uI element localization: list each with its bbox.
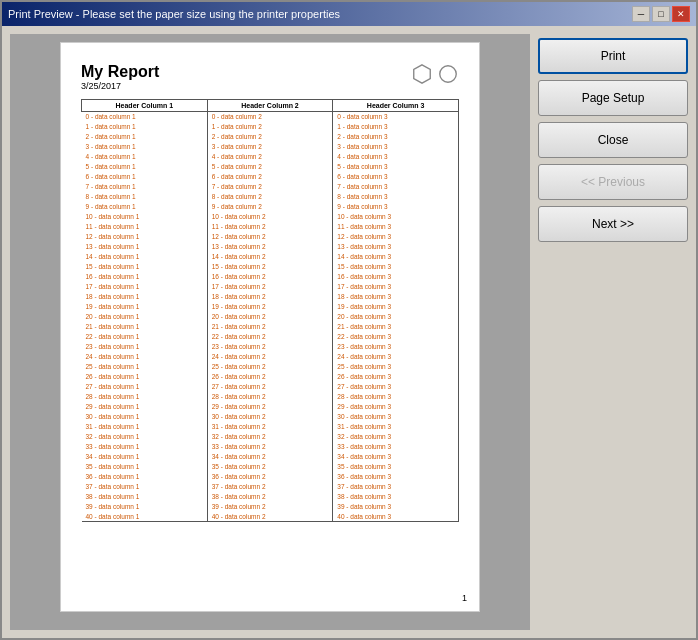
close-window-button[interactable]: ✕: [672, 6, 690, 22]
table-row: 2 - data column 12 - data column 22 - da…: [82, 132, 459, 142]
cell-6-1: 6 - data column 2: [207, 172, 333, 182]
hexagon-icon: [411, 63, 433, 85]
cell-32-2: 32 - data column 3: [333, 432, 459, 442]
svg-marker-0: [414, 65, 431, 83]
cell-23-2: 23 - data column 3: [333, 342, 459, 352]
page-number: 1: [462, 593, 467, 603]
table-row: 22 - data column 122 - data column 222 -…: [82, 332, 459, 342]
cell-8-0: 8 - data column 1: [82, 192, 208, 202]
cell-13-2: 13 - data column 3: [333, 242, 459, 252]
cell-1-0: 1 - data column 1: [82, 122, 208, 132]
table-row: 27 - data column 127 - data column 227 -…: [82, 382, 459, 392]
close-button[interactable]: Close: [538, 122, 688, 158]
cell-18-0: 18 - data column 1: [82, 292, 208, 302]
minimize-button[interactable]: ─: [632, 6, 650, 22]
print-button[interactable]: Print: [538, 38, 688, 74]
table-row: 31 - data column 131 - data column 231 -…: [82, 422, 459, 432]
cell-3-2: 3 - data column 3: [333, 142, 459, 152]
cell-9-0: 9 - data column 1: [82, 202, 208, 212]
cell-9-1: 9 - data column 2: [207, 202, 333, 212]
table-row: 38 - data column 138 - data column 238 -…: [82, 492, 459, 502]
cell-19-1: 19 - data column 2: [207, 302, 333, 312]
page-paper: My Report 3/25/2017: [60, 42, 480, 612]
window-content: My Report 3/25/2017: [2, 26, 696, 638]
cell-37-1: 37 - data column 2: [207, 482, 333, 492]
cell-11-2: 11 - data column 3: [333, 222, 459, 232]
table-row: 24 - data column 124 - data column 224 -…: [82, 352, 459, 362]
window-title: Print Preview - Please set the paper siz…: [8, 8, 340, 20]
cell-24-0: 24 - data column 1: [82, 352, 208, 362]
table-row: 20 - data column 120 - data column 220 -…: [82, 312, 459, 322]
cell-8-1: 8 - data column 2: [207, 192, 333, 202]
cell-22-1: 22 - data column 2: [207, 332, 333, 342]
cell-33-2: 33 - data column 3: [333, 442, 459, 452]
cell-37-0: 37 - data column 1: [82, 482, 208, 492]
cell-26-2: 26 - data column 3: [333, 372, 459, 382]
print-preview-window: Print Preview - Please set the paper siz…: [0, 0, 698, 640]
cell-5-0: 5 - data column 1: [82, 162, 208, 172]
table-row: 40 - data column 140 - data column 240 -…: [82, 512, 459, 522]
cell-16-2: 16 - data column 3: [333, 272, 459, 282]
cell-35-0: 35 - data column 1: [82, 462, 208, 472]
cell-13-1: 13 - data column 2: [207, 242, 333, 252]
cell-27-0: 27 - data column 1: [82, 382, 208, 392]
cell-10-2: 10 - data column 3: [333, 212, 459, 222]
table-row: 30 - data column 130 - data column 230 -…: [82, 412, 459, 422]
cell-19-0: 19 - data column 1: [82, 302, 208, 312]
report-date: 3/25/2017: [81, 81, 159, 91]
table-row: 28 - data column 128 - data column 228 -…: [82, 392, 459, 402]
cell-6-2: 6 - data column 3: [333, 172, 459, 182]
cell-26-1: 26 - data column 2: [207, 372, 333, 382]
table-row: 35 - data column 135 - data column 235 -…: [82, 462, 459, 472]
cell-30-1: 30 - data column 2: [207, 412, 333, 422]
cell-9-2: 9 - data column 3: [333, 202, 459, 212]
preview-area: My Report 3/25/2017: [10, 34, 530, 630]
maximize-button[interactable]: □: [652, 6, 670, 22]
table-row: 6 - data column 16 - data column 26 - da…: [82, 172, 459, 182]
sidebar: Print Page Setup Close << Previous Next …: [538, 34, 688, 630]
previous-button[interactable]: << Previous: [538, 164, 688, 200]
cell-27-2: 27 - data column 3: [333, 382, 459, 392]
cell-33-1: 33 - data column 2: [207, 442, 333, 452]
title-bar: Print Preview - Please set the paper siz…: [2, 2, 696, 26]
cell-31-1: 31 - data column 2: [207, 422, 333, 432]
cell-34-1: 34 - data column 2: [207, 452, 333, 462]
cell-28-1: 28 - data column 2: [207, 392, 333, 402]
next-button[interactable]: Next >>: [538, 206, 688, 242]
cell-12-2: 12 - data column 3: [333, 232, 459, 242]
cell-35-2: 35 - data column 3: [333, 462, 459, 472]
table-row: 11 - data column 111 - data column 211 -…: [82, 222, 459, 232]
table-row: 37 - data column 137 - data column 237 -…: [82, 482, 459, 492]
cell-23-1: 23 - data column 2: [207, 342, 333, 352]
table-row: 15 - data column 115 - data column 215 -…: [82, 262, 459, 272]
report-header: My Report 3/25/2017: [81, 63, 459, 91]
page-setup-button[interactable]: Page Setup: [538, 80, 688, 116]
cell-29-2: 29 - data column 3: [333, 402, 459, 412]
table-row: 26 - data column 126 - data column 226 -…: [82, 372, 459, 382]
cell-10-0: 10 - data column 1: [82, 212, 208, 222]
cell-3-0: 3 - data column 1: [82, 142, 208, 152]
table-row: 36 - data column 136 - data column 236 -…: [82, 472, 459, 482]
cell-22-0: 22 - data column 1: [82, 332, 208, 342]
cell-32-0: 32 - data column 1: [82, 432, 208, 442]
cell-18-2: 18 - data column 3: [333, 292, 459, 302]
table-row: 10 - data column 110 - data column 210 -…: [82, 212, 459, 222]
cell-21-1: 21 - data column 2: [207, 322, 333, 332]
cell-7-1: 7 - data column 2: [207, 182, 333, 192]
cell-27-1: 27 - data column 2: [207, 382, 333, 392]
cell-2-0: 2 - data column 1: [82, 132, 208, 142]
table-row: 14 - data column 114 - data column 214 -…: [82, 252, 459, 262]
cell-11-0: 11 - data column 1: [82, 222, 208, 232]
cell-25-0: 25 - data column 1: [82, 362, 208, 372]
table-row: 23 - data column 123 - data column 223 -…: [82, 342, 459, 352]
report-title: My Report: [81, 63, 159, 81]
cell-4-2: 4 - data column 3: [333, 152, 459, 162]
cell-40-2: 40 - data column 3: [333, 512, 459, 522]
cell-24-2: 24 - data column 3: [333, 352, 459, 362]
cell-14-2: 14 - data column 3: [333, 252, 459, 262]
circle-icon: [437, 63, 459, 85]
cell-15-2: 15 - data column 3: [333, 262, 459, 272]
cell-0-2: 0 - data column 3: [333, 112, 459, 122]
cell-3-1: 3 - data column 2: [207, 142, 333, 152]
table-row: 7 - data column 17 - data column 27 - da…: [82, 182, 459, 192]
